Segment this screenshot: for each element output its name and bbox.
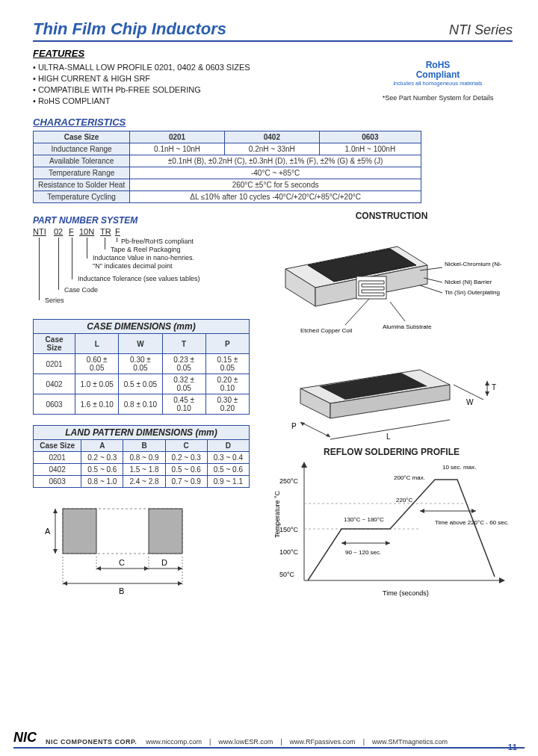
table-row: Resistance to Solder Heat 260°C ±5°C for… (34, 179, 421, 191)
pn-seg: 10N (79, 227, 94, 236)
feature-item: • ULTRA-SMALL LOW PROFILE 0201, 0402 & 0… (33, 62, 250, 73)
partnum-heading: PART NUMBER SYSTEM (33, 215, 257, 226)
rohs-compliant: Compliant (363, 70, 513, 80)
series-label: NTI Series (449, 22, 513, 38)
svg-line-35 (390, 302, 405, 321)
svg-text:W: W (466, 398, 474, 406)
footer-url: www.niccomp.com (146, 738, 202, 746)
svg-marker-56 (499, 577, 505, 583)
footer-corp: NIC COMPONENTS CORP. (46, 738, 137, 746)
svg-marker-71 (386, 541, 390, 545)
svg-marker-15 (63, 581, 67, 586)
svg-line-31 (420, 285, 442, 293)
footer-url: www.SMTmagnetics.com (372, 738, 448, 746)
svg-text:150°C: 150°C (279, 526, 299, 533)
svg-text:90 ~ 120 sec.: 90 ~ 120 sec. (345, 549, 381, 556)
svg-text:C: C (119, 558, 125, 567)
table-row: 02010.2 ~ 0.30.8 ~ 0.90.2 ~ 0.30.3 ~ 0.4 (34, 452, 250, 464)
svg-text:130°C ~ 180°C: 130°C ~ 180°C (344, 516, 384, 523)
table-row: Temperature Cycling ΔL ≤10% after 10 cyc… (34, 191, 421, 203)
svg-marker-55 (301, 462, 307, 468)
svg-text:L: L (386, 433, 391, 441)
table-row: 06030.8 ~ 1.02.4 ~ 2.80.7 ~ 0.90.9 ~ 1.1 (34, 476, 250, 488)
char-header: 0402 (224, 131, 319, 143)
svg-text:10 sec. max.: 10 sec. max. (442, 464, 476, 471)
svg-text:Nickel-Chromium (Ni-Cr) Termin: Nickel-Chromium (Ni-Cr) Termination Base (445, 261, 502, 267)
svg-text:A: A (45, 527, 51, 536)
construction-diagram: Nickel-Chromium (Ni-Cr) Termination Base… (270, 224, 502, 344)
rohs-note: *See Part Number System for Details (363, 94, 513, 102)
page-number: 11 (508, 743, 517, 752)
svg-rect-1 (63, 509, 96, 554)
svg-text:T: T (492, 383, 496, 391)
case-dims-heading: CASE DIMENSIONS (mm) (33, 319, 250, 333)
characteristics-table: Case Size 0201 0402 0603 Inductance Rang… (33, 131, 421, 203)
table-row: Temperature Range -40°C ~ +85°C (34, 167, 421, 179)
footer-url: www.RFpassives.com (290, 738, 356, 746)
svg-text:Temperature °C: Temperature °C (273, 491, 281, 539)
svg-text:220°C: 220°C (396, 497, 413, 504)
svg-marker-5 (53, 549, 58, 554)
pn-seg: TR (100, 227, 111, 236)
table-row: Inductance Range 0.1nH ~ 10nH 0.2nH ~ 33… (34, 143, 421, 155)
svg-text:250°C: 250°C (279, 477, 299, 485)
svg-text:B: B (119, 586, 124, 595)
svg-rect-2 (149, 509, 182, 554)
svg-text:100°C: 100°C (279, 548, 299, 556)
feature-item: • RoHS COMPLIANT (33, 96, 250, 107)
char-header: 0603 (319, 131, 421, 143)
svg-marker-12 (178, 566, 182, 571)
features-heading: FEATURES (33, 48, 513, 59)
svg-marker-16 (178, 581, 182, 586)
case-dims-table: Case Size L W T P 02010.60 ± 0.050.30 ± … (33, 333, 250, 415)
features-list: • ULTRA-SMALL LOW PROFILE 0201, 0402 & 0… (33, 62, 250, 106)
svg-marker-70 (341, 541, 346, 545)
svg-text:200°C max.: 200°C max. (394, 474, 425, 481)
chip-dimensions-diagram: P L W T (270, 351, 502, 441)
svg-marker-51 (485, 391, 489, 396)
svg-marker-4 (53, 509, 58, 513)
table-row: 04020.5 ~ 0.61.5 ~ 1.80.5 ~ 0.60.5 ~ 0.6 (34, 464, 250, 476)
land-dims-heading: LAND PATTERN DIMENSIONS (mm) (33, 425, 250, 439)
characteristics-heading: CHARACTERISTICS (33, 117, 513, 128)
svg-line-47 (454, 385, 483, 400)
pn-seg: F (115, 227, 120, 236)
svg-text:Alumina Substrate: Alumina Substrate (383, 323, 432, 330)
table-row: 04021.0 ± 0.050.5 ± 0.050.32 ± 0.050.20 … (34, 374, 250, 394)
land-dims-table: Case Size A B C D 02010.2 ~ 0.30.8 ~ 0.9… (33, 439, 250, 488)
char-header: 0201 (130, 131, 225, 143)
pn-seg: F (69, 227, 74, 236)
svg-text:Nickel (Ni) Barrier: Nickel (Ni) Barrier (445, 279, 492, 285)
svg-text:50°C: 50°C (279, 571, 295, 578)
svg-line-33 (345, 299, 369, 325)
footer-url: www.lowESR.com (218, 738, 273, 746)
svg-marker-8 (96, 566, 101, 571)
svg-marker-9 (144, 566, 149, 571)
pn-seg: 02 (54, 227, 63, 236)
construction-heading: CONSTRUCTION (270, 211, 513, 221)
svg-text:P: P (291, 422, 297, 430)
table-row: Available Tolerance ±0.1nH (B), ±0.2nH (… (34, 155, 421, 167)
footer: NIC NIC COMPONENTS CORP. www.niccomp.com… (13, 730, 525, 749)
rohs-box: RoHS Compliant includes all homogeneous … (363, 61, 513, 102)
table-row: 02010.60 ± 0.050.30 ± 0.050.23 ± 0.050.1… (34, 354, 250, 374)
svg-text:D: D (161, 558, 167, 567)
svg-marker-50 (485, 381, 489, 385)
reflow-chart: 50°C 100°C 150°C 250°C 130°C ~ 180°C 200… (270, 457, 510, 603)
reflow-heading: REFLOW SOLDERING PROFILE (270, 447, 513, 457)
header-row: Thin Film Chip Inductors NTI Series (33, 19, 513, 42)
pn-seg: NTI (33, 227, 46, 236)
partnum-diagram: NTI 02 F 10N TR F Pb-free/RoHS compliant… (33, 227, 257, 313)
feature-item: • COMPATIBLE WITH Pb-FREE SOLDERING (33, 84, 250, 96)
feature-item: • HIGH CURRENT & HIGH SRF (33, 73, 250, 84)
table-row: 06031.6 ± 0.100.8 ± 0.100.45 ± 0.100.30 … (34, 394, 250, 415)
svg-line-41 (300, 422, 330, 437)
svg-text:Time above 220°C - 60 sec. max: Time above 220°C - 60 sec. max. (435, 519, 510, 526)
svg-text:Time (seconds): Time (seconds) (383, 589, 429, 597)
svg-text:Etched Copper Coil: Etched Copper Coil (300, 327, 353, 334)
page-title: Thin Film Chip Inductors (33, 19, 226, 39)
svg-marker-74 (471, 509, 476, 513)
land-pattern-diagram: A C D B (33, 501, 212, 598)
char-header: Case Size (34, 131, 130, 143)
svg-text:Tin (Sn) Outerplating: Tin (Sn) Outerplating (445, 289, 500, 296)
